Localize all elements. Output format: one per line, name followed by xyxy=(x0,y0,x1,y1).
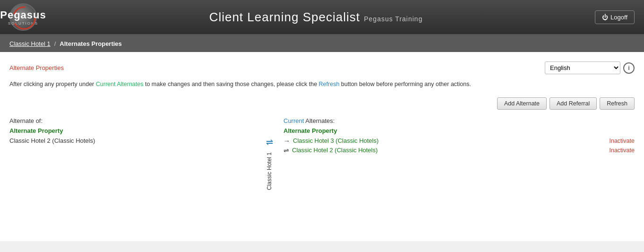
inactivate-button-2[interactable]: Inactivate xyxy=(609,147,635,154)
breadcrumb-bar: Classic Hotel 1 / Alternates Properties xyxy=(0,35,644,52)
vertical-text: Classic Hotel 1 xyxy=(266,152,273,190)
property-name-1[interactable]: Classic Hotel 3 (Classic Hotels) xyxy=(293,137,378,144)
info-text-2: Current Alternates xyxy=(96,81,144,87)
info-text-1: After clicking any property under xyxy=(9,81,96,87)
action-buttons: Add Alternate Add Referral Refresh xyxy=(9,97,635,110)
power-icon: ⏻ xyxy=(602,14,608,21)
property-row-1: → Classic Hotel 3 (Classic Hotels) Inact… xyxy=(283,137,635,145)
section-title: Alternate Properties xyxy=(9,64,64,71)
language-select[interactable]: English French Spanish German xyxy=(545,61,620,74)
alternate-of-column: Alternate of: Alternate Property Classic… xyxy=(9,117,255,190)
info-text-4: Refresh xyxy=(319,81,340,87)
logoff-button[interactable]: ⏻ Logoff xyxy=(595,10,635,24)
header: Pegasus SOLUTIONS Client Learning Specia… xyxy=(0,0,644,35)
arrow-icon-2: ⇌ xyxy=(283,147,289,154)
add-alternate-button[interactable]: Add Alternate xyxy=(497,97,547,110)
main-content: Alternate Properties English French Span… xyxy=(0,52,644,241)
logo-arc-svg xyxy=(12,6,36,30)
logo-area: Pegasus SOLUTIONS xyxy=(9,3,37,31)
current-alternates-subheader: Alternate Property xyxy=(283,127,635,134)
swap-arrows-icon: ⇌ xyxy=(266,137,273,148)
alternate-of-value: Classic Hotel 2 (Classic Hotels) xyxy=(9,137,246,144)
header-subtitle: Pegasus Training xyxy=(364,15,422,23)
two-column-layout: Alternate of: Alternate Property Classic… xyxy=(9,117,635,190)
alternate-of-subheader: Alternate Property xyxy=(9,127,246,134)
property-list: → Classic Hotel 3 (Classic Hotels) Inact… xyxy=(283,137,635,154)
info-text-5: button below before performing any other… xyxy=(339,81,471,87)
logo-circle: Pegasus SOLUTIONS xyxy=(9,3,37,31)
language-select-group: English French Spanish German i xyxy=(545,61,635,74)
info-text-3: to make changes and then saving those ch… xyxy=(143,81,318,87)
divider-column: ⇌ Classic Hotel 1 xyxy=(255,117,283,190)
section-header: Alternate Properties English French Span… xyxy=(9,61,635,74)
breadcrumb-link[interactable]: Classic Hotel 1 xyxy=(9,40,51,47)
header-title-area: Client Learning Specialist Pegasus Train… xyxy=(37,10,595,25)
arrow-icon-1: → xyxy=(283,137,290,145)
refresh-button[interactable]: Refresh xyxy=(600,97,635,110)
current-alternates-column: Current Alternates: Alternate Property →… xyxy=(283,117,635,190)
page-title: Client Learning Specialist Pegasus Train… xyxy=(37,10,595,25)
property-row-2: ⇌ Classic Hotel 2 (Classic Hotels) Inact… xyxy=(283,147,635,154)
add-referral-button[interactable]: Add Referral xyxy=(550,97,597,110)
current-alternates-header: Current Alternates: xyxy=(283,117,635,124)
breadcrumb-current: Alternates Properties xyxy=(60,40,122,47)
alternate-of-header: Alternate of: xyxy=(9,117,246,124)
breadcrumb-separator: / xyxy=(54,40,56,47)
inactivate-button-1[interactable]: Inactivate xyxy=(609,138,635,144)
info-message: After clicking any property under Curren… xyxy=(9,80,635,89)
property-name-2[interactable]: Classic Hotel 2 (Classic Hotels) xyxy=(292,147,378,154)
info-icon[interactable]: i xyxy=(623,62,635,74)
current-label: Current xyxy=(283,117,304,124)
